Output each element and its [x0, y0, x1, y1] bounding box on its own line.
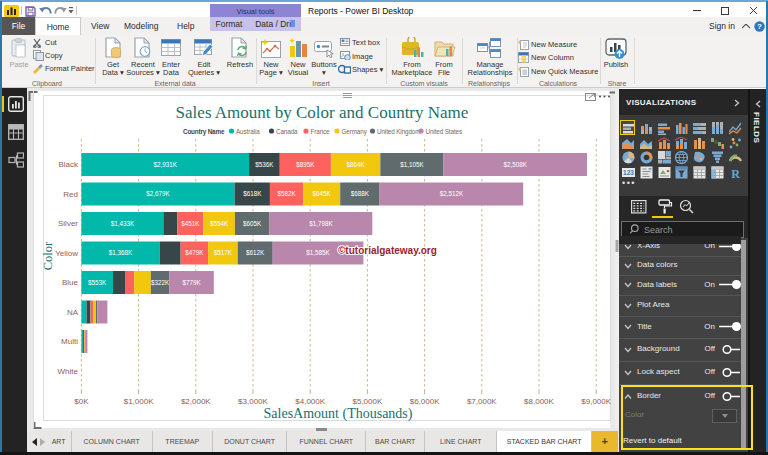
svg-text:$554K: $554K — [210, 220, 229, 227]
svg-text:$2,931K: $2,931K — [153, 161, 177, 168]
svg-text:$1,000K: $1,000K — [124, 397, 154, 406]
svg-text:$582K: $582K — [277, 190, 296, 197]
svg-text:$517K: $517K — [214, 249, 233, 256]
svg-text:$1,433K: $1,433K — [111, 220, 135, 227]
svg-text:$2,000K: $2,000K — [181, 397, 211, 406]
svg-text:$2,512K: $2,512K — [440, 190, 464, 197]
svg-text:$605K: $605K — [243, 220, 262, 227]
svg-text:$7,000K: $7,000K — [467, 397, 497, 406]
svg-text:$6,000K: $6,000K — [410, 397, 440, 406]
svg-text:$1,105K: $1,105K — [400, 161, 424, 168]
svg-text:$612K: $612K — [246, 249, 265, 256]
svg-text:Yellow: Yellow — [55, 249, 78, 258]
svg-text:$479K: $479K — [185, 249, 204, 256]
svg-text:$1,798K: $1,798K — [309, 220, 333, 227]
svg-text:$2,679K: $2,679K — [146, 190, 170, 197]
svg-text:$2,508K: $2,508K — [504, 161, 528, 168]
svg-text:$553K: $553K — [88, 279, 107, 286]
svg-text:France: France — [311, 128, 331, 135]
svg-text:$5,000K: $5,000K — [352, 397, 382, 406]
svg-text:Australia: Australia — [236, 128, 260, 135]
svg-text:$9,000K: $9,000K — [581, 397, 611, 406]
svg-text:$618K: $618K — [243, 190, 262, 197]
svg-text:Canada: Canada — [276, 128, 298, 135]
svg-text:Germany: Germany — [342, 128, 368, 136]
svg-text:Blue: Blue — [62, 278, 79, 287]
svg-text:$1,368K: $1,368K — [109, 249, 133, 256]
svg-text:Multi: Multi — [61, 337, 78, 346]
svg-text:Red: Red — [63, 190, 78, 199]
svg-text:$688K: $688K — [351, 190, 370, 197]
svg-text:$8,000K: $8,000K — [524, 397, 554, 406]
svg-text:$3,000K: $3,000K — [238, 397, 268, 406]
svg-text:$895K: $895K — [296, 161, 315, 168]
svg-text:$4,000K: $4,000K — [295, 397, 325, 406]
svg-text:$1,585K: $1,585K — [306, 249, 330, 256]
svg-text:$0K: $0K — [74, 397, 89, 406]
svg-text:White: White — [58, 367, 79, 376]
svg-text:United States: United States — [426, 128, 463, 135]
svg-text:Country Name: Country Name — [183, 128, 225, 136]
svg-text:©tutorialgateway.org: ©tutorialgateway.org — [338, 245, 437, 256]
svg-text:NA: NA — [67, 308, 79, 317]
svg-text:Silver: Silver — [58, 219, 78, 228]
svg-text:Black: Black — [58, 160, 79, 169]
svg-text:United Kingdom: United Kingdom — [377, 128, 420, 136]
svg-text:$779K: $779K — [182, 279, 201, 286]
svg-text:$322K: $322K — [151, 279, 170, 286]
svg-text:$451K: $451K — [181, 220, 200, 227]
svg-text:$536K: $536K — [255, 161, 274, 168]
svg-text:Sales Amount by Color and Coun: Sales Amount by Color and Country Name — [176, 103, 469, 122]
svg-text:Color: Color — [41, 241, 55, 270]
svg-text:$645K: $645K — [313, 190, 332, 197]
svg-text:SalesAmount (Thousands): SalesAmount (Thousands) — [264, 406, 413, 422]
svg-text:$864K: $864K — [346, 161, 365, 168]
